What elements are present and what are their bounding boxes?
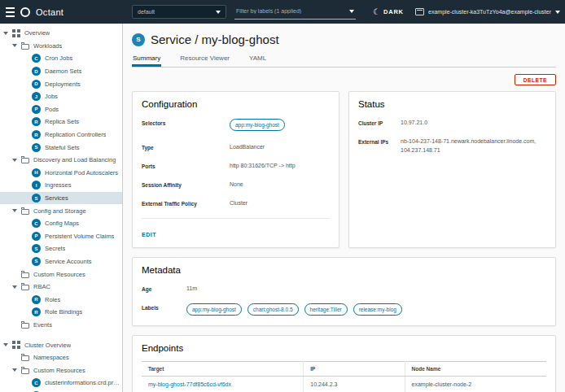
sidebar-item-namespaces[interactable]: Namespaces: [0, 351, 122, 364]
persistent-volume-claims-icon: P: [32, 232, 41, 241]
actions-row: DELETE: [132, 74, 556, 85]
sidebar-item-stateful-sets[interactable]: S Stateful Sets: [0, 141, 122, 154]
row-value: Cluster: [230, 199, 247, 208]
delete-button[interactable]: DELETE: [515, 74, 556, 85]
sidebar-item-label: Cron Jobs: [45, 54, 72, 62]
endpoints-card: Endpoints Target IP Node Name my-blog-gh…: [132, 335, 556, 392]
chevron-placeholder: [12, 356, 17, 359]
tab-summary[interactable]: Summary: [132, 54, 161, 67]
status-title: Status: [358, 99, 546, 109]
sidebar-item-overview[interactable]: Overview: [0, 27, 122, 40]
sidebar-item-label: Config and Storage: [33, 207, 86, 215]
chevron-down-icon: [555, 11, 560, 14]
config-row-selectors: Selectors app:my-blog-ghost: [142, 119, 330, 133]
chevron-down-icon[interactable]: [12, 159, 17, 162]
row-value: 10.97.21.0: [401, 119, 427, 128]
sidebar-item-services[interactable]: S Services: [0, 192, 122, 205]
theme-toggle-label: DARK: [383, 8, 404, 15]
sidebar-item-daemon-sets[interactable]: D Daemon Sets: [0, 65, 122, 78]
configuration-footer: EDIT: [142, 218, 330, 240]
sidebar-item-replication-controllers[interactable]: R Replication Controllers: [0, 128, 122, 142]
tab-bar: Summary Resource Viewer YAML: [132, 54, 556, 68]
chevron-down-icon[interactable]: [3, 32, 8, 35]
row-value: nb-104-237-148-71.newark.nodebalancer.li…: [401, 137, 546, 155]
configuration-card: Configuration Selectors app:my-blog-ghos…: [132, 91, 339, 248]
row-value: http 80:31626/TCP -> http: [230, 162, 296, 171]
folder-icon: [21, 272, 29, 278]
sidebar-item-label: RBAC: [33, 283, 50, 290]
sidebar-item-cron-jobs[interactable]: C Cron Jobs: [0, 52, 122, 65]
chevron-down-icon[interactable]: [12, 44, 17, 47]
sidebar-item-role-bindings[interactable]: R Role Bindings: [0, 306, 122, 319]
chevron-down-icon: [216, 11, 221, 14]
endpoint-ip: 10.244.2.3: [304, 377, 405, 392]
sidebar-item-label: Overview: [24, 29, 50, 37]
sidebar-item-label: Replica Sets: [45, 118, 79, 125]
theme-toggle[interactable]: ☾ DARK: [373, 0, 404, 24]
chevron-down-icon[interactable]: [3, 343, 8, 346]
label-chip[interactable]: release:my-blog: [353, 303, 402, 316]
tab-resource-viewer[interactable]: Resource Viewer: [179, 54, 230, 67]
edit-link[interactable]: EDIT: [142, 232, 156, 237]
chevron-down-icon[interactable]: [12, 368, 17, 372]
row-label: Ports: [142, 162, 230, 169]
sidebar-item-cluster-overview[interactable]: Cluster Overview: [0, 338, 122, 351]
services-icon: S: [32, 194, 41, 203]
cluster-context[interactable]: example-cluster-ka3TuTzYo4a@example-clus…: [415, 0, 560, 24]
sidebar-item-deployments[interactable]: D Deployments: [0, 77, 122, 90]
sidebar-item-config-maps[interactable]: C Config Maps: [0, 217, 122, 230]
sidebar-item-rbac[interactable]: RBAC: [0, 281, 122, 294]
endpoint-target-link[interactable]: my-blog-ghost-77df85c6cd-vf6dx: [148, 381, 231, 387]
sidebar-item-custom-resources-cluster[interactable]: Custom Resources: [0, 364, 122, 377]
sidebar-item-pods[interactable]: P Pods: [0, 103, 122, 116]
sidebar-item-horizontal-pod-autoscalers[interactable]: H Horizontal Pod Autoscalers: [0, 167, 122, 180]
sidebar-item-label: Deployments: [45, 81, 81, 88]
sidebar-item-partial[interactable]: [0, 390, 122, 392]
namespace-select-value: default: [138, 9, 155, 15]
sidebar-item-secrets[interactable]: S Secrets: [0, 242, 122, 255]
folder-icon: [21, 158, 29, 163]
sidebar-item-config-and-storage[interactable]: Config and Storage: [0, 204, 122, 217]
sidebar-item-jobs[interactable]: J Jobs: [0, 90, 122, 103]
sidebar-item-persistent-volume-claims[interactable]: P Persistent Volume Claims: [0, 230, 122, 243]
chevron-down-icon[interactable]: [12, 285, 17, 289]
sidebar-item-discovery-and-load-balancing[interactable]: Discovery and Load Balancing: [0, 154, 122, 167]
sidebar-item-clusterinformations[interactable]: C clusterinformations.crd.projec: [0, 377, 122, 390]
row-value: app:my-blog-ghost chart:ghost-8.0.5 heri…: [186, 303, 406, 318]
label-chip[interactable]: app:my-blog-ghost: [186, 303, 242, 316]
selector-label-chip[interactable]: app:my-blog-ghost: [230, 119, 285, 131]
horizontal-pod-autoscalers-icon: H: [32, 168, 41, 177]
sidebar-item-label: Custom Resources: [33, 367, 85, 374]
jobs-icon: J: [32, 92, 41, 101]
chevron-down-icon[interactable]: [349, 10, 354, 13]
stateful-sets-icon: S: [32, 143, 41, 152]
sidebar-item-workloads[interactable]: Workloads: [0, 40, 122, 53]
label-filter-input[interactable]: [234, 5, 345, 17]
chevron-placeholder: [12, 272, 17, 276]
pods-icon: P: [32, 105, 41, 114]
label-chip[interactable]: chart:ghost-8.0.5: [247, 303, 299, 316]
sidebar-item-replica-sets[interactable]: R Replica Sets: [0, 115, 122, 128]
sidebar-item-label: Roles: [45, 296, 60, 303]
namespace-select[interactable]: default: [132, 5, 226, 19]
label-chip[interactable]: heritage:Tiller: [304, 303, 348, 316]
tab-yaml[interactable]: YAML: [248, 54, 267, 67]
roles-icon: R: [32, 295, 41, 304]
replica-sets-icon: R: [32, 117, 41, 126]
status-row-external-ips: External IPs nb-104-237-148-71.newark.no…: [358, 137, 546, 155]
sidebar-item-label: Persistent Volume Claims: [45, 233, 114, 240]
sidebar-item-events[interactable]: Events: [0, 319, 122, 332]
menu-icon[interactable]: [6, 7, 15, 17]
label-filter: [234, 5, 356, 20]
config-maps-icon: C: [32, 219, 41, 228]
folder-icon: [21, 44, 29, 50]
chevron-down-icon[interactable]: [12, 209, 17, 212]
sidebar-item-ingresses[interactable]: I Ingresses: [0, 179, 122, 192]
sidebar-item-label: Secrets: [45, 245, 65, 252]
sidebar-item-label: Role Bindings: [45, 308, 82, 316]
sidebar-item-roles[interactable]: R Roles: [0, 293, 122, 306]
brand: Octant: [6, 0, 64, 24]
sidebar-item-custom-resources[interactable]: Custom Resources: [0, 268, 122, 281]
sidebar-item-service-accounts[interactable]: S Service Accounts: [0, 255, 122, 268]
sidebar-item-label: Namespaces: [33, 354, 69, 361]
